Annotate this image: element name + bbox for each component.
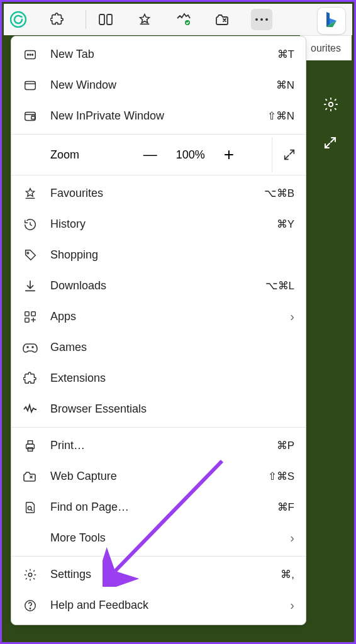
svg-point-11 xyxy=(30,54,31,55)
web-capture-toolbar-icon[interactable] xyxy=(212,9,233,30)
menu-divider xyxy=(11,134,306,135)
extension-icon[interactable] xyxy=(47,9,68,30)
menu-shortcut: ⌥⌘L xyxy=(265,279,294,292)
menu-zoom: Zoom — 100% + xyxy=(11,137,306,172)
menu-divider xyxy=(11,427,306,428)
menu-downloads[interactable]: Downloads ⌥⌘L xyxy=(11,270,306,301)
grammarly-icon[interactable] xyxy=(8,9,29,30)
expand-sidebar-icon[interactable] xyxy=(323,135,342,154)
menu-shortcut: ⌘N xyxy=(276,79,294,92)
svg-point-7 xyxy=(265,18,268,21)
games-icon xyxy=(23,340,38,355)
menu-label: New Tab xyxy=(50,48,274,61)
favourites-star-icon[interactable] xyxy=(134,9,155,30)
svg-rect-2 xyxy=(107,14,112,25)
svg-rect-21 xyxy=(31,311,35,315)
favourites-tab-partial[interactable]: ourites xyxy=(300,35,352,60)
zoom-percent: 100% xyxy=(176,148,205,162)
menu-label: Help and Feedback xyxy=(50,599,281,612)
menu-new-inprivate[interactable]: New InPrivate Window ⇧⌘N xyxy=(11,101,306,131)
menu-label: Settings xyxy=(50,568,277,581)
svg-point-5 xyxy=(255,18,258,21)
apps-icon xyxy=(23,309,38,325)
menu-label: Find on Page… xyxy=(50,501,274,514)
history-icon xyxy=(23,217,38,232)
bing-button[interactable] xyxy=(317,7,346,35)
svg-rect-20 xyxy=(25,311,29,315)
menu-find[interactable]: Find on Page… ⌘F xyxy=(11,492,306,523)
menu-label: Extensions xyxy=(50,372,294,385)
more-menu-button[interactable] xyxy=(251,9,272,30)
svg-rect-22 xyxy=(25,318,29,321)
menu-shortcut: ⌘T xyxy=(277,48,294,61)
camera-icon xyxy=(23,469,38,484)
svg-point-12 xyxy=(32,54,33,55)
menu-label: More Tools xyxy=(50,531,281,545)
fullscreen-button[interactable] xyxy=(272,137,306,172)
menu-label: Favourites xyxy=(50,187,260,200)
svg-rect-13 xyxy=(25,81,36,89)
menu-shortcut: ⌥⌘B xyxy=(264,187,294,200)
printer-icon xyxy=(23,438,38,453)
svg-point-6 xyxy=(260,18,263,21)
zoom-in-button[interactable]: + xyxy=(224,145,234,165)
new-tab-icon xyxy=(23,47,38,62)
menu-divider xyxy=(11,556,306,557)
settings-sidebar-icon[interactable] xyxy=(323,96,342,115)
help-icon xyxy=(23,598,38,613)
svg-point-31 xyxy=(30,608,30,608)
menu-shortcut: ⌘P xyxy=(277,439,294,452)
menu-label: Downloads xyxy=(50,279,262,292)
window-icon xyxy=(23,78,38,93)
svg-rect-25 xyxy=(26,444,35,448)
menu-print[interactable]: Print… ⌘P xyxy=(11,430,306,461)
tag-icon xyxy=(23,248,38,263)
menu-favourites[interactable]: Favourites ⌥⌘B xyxy=(11,178,306,209)
download-icon xyxy=(23,279,38,294)
browser-essentials-icon[interactable] xyxy=(173,9,194,30)
menu-label: New Window xyxy=(50,79,272,92)
chevron-right-icon: › xyxy=(283,309,294,324)
menu-games[interactable]: Games xyxy=(11,332,306,363)
menu-extensions[interactable]: Extensions xyxy=(11,363,306,394)
menu-shortcut: ⇧⌘S xyxy=(268,470,294,483)
menu-label: Web Capture xyxy=(50,470,264,483)
browser-overflow-menu: New Tab ⌘T New Window ⌘N New InPrivate W… xyxy=(11,36,306,625)
svg-point-19 xyxy=(27,252,29,253)
browser-toolbar xyxy=(4,4,352,35)
svg-point-8 xyxy=(329,103,333,107)
menu-label: Games xyxy=(50,341,294,354)
svg-point-24 xyxy=(32,347,33,348)
right-sidebar-strip xyxy=(313,71,350,638)
zoom-label: Zoom xyxy=(11,148,106,162)
menu-shopping[interactable]: Shopping xyxy=(11,240,306,270)
svg-rect-27 xyxy=(28,447,32,451)
inprivate-icon xyxy=(23,109,38,124)
menu-shortcut: ⇧⌘N xyxy=(267,109,294,123)
menu-shortcut: ⌘F xyxy=(277,501,294,514)
menu-apps[interactable]: Apps › xyxy=(11,301,306,332)
split-screen-icon[interactable] xyxy=(95,9,116,30)
menu-shortcut: ⌘, xyxy=(281,568,294,581)
svg-rect-26 xyxy=(28,440,32,444)
svg-rect-17 xyxy=(31,116,35,119)
chevron-right-icon: › xyxy=(283,531,294,545)
zoom-out-button[interactable]: — xyxy=(143,147,157,163)
menu-web-capture[interactable]: Web Capture ⇧⌘S xyxy=(11,461,306,492)
menu-browser-essentials[interactable]: Browser Essentials xyxy=(11,394,306,425)
menu-label: Apps xyxy=(50,310,281,323)
star-lines-icon xyxy=(23,186,38,201)
menu-more-tools[interactable]: More Tools › xyxy=(11,523,306,553)
menu-history[interactable]: History ⌘Y xyxy=(11,209,306,240)
menu-shortcut: ⌘Y xyxy=(277,218,294,231)
toolbar-separator xyxy=(86,10,86,29)
menu-settings[interactable]: Settings ⌘, xyxy=(11,559,306,590)
svg-point-23 xyxy=(27,347,28,348)
spacer-icon xyxy=(23,531,38,546)
svg-point-29 xyxy=(28,573,32,577)
svg-rect-1 xyxy=(99,14,104,25)
menu-new-window[interactable]: New Window ⌘N xyxy=(11,70,306,101)
menu-new-tab[interactable]: New Tab ⌘T xyxy=(11,39,306,70)
menu-help[interactable]: Help and Feedback › xyxy=(11,590,306,621)
gear-icon xyxy=(23,567,38,582)
